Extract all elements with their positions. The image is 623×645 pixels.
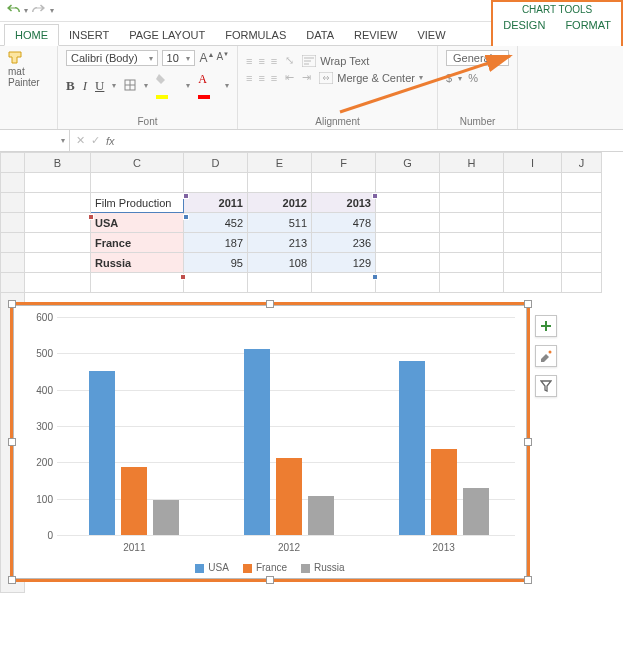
- shrink-font-icon[interactable]: A▼: [216, 51, 229, 65]
- bold-button[interactable]: B: [66, 78, 75, 94]
- chart-bar-usa[interactable]: [89, 371, 115, 535]
- tab-page-layout[interactable]: PAGE LAYOUT: [119, 25, 215, 45]
- chart-bar-france[interactable]: [121, 467, 147, 535]
- cancel-icon[interactable]: ✕: [76, 134, 85, 147]
- legend-item[interactable]: USA: [195, 562, 229, 573]
- chart-resize-handle[interactable]: [524, 576, 532, 584]
- selection-handle[interactable]: [88, 214, 94, 220]
- align-center-icon[interactable]: ≡: [258, 72, 264, 84]
- underline-button[interactable]: U: [95, 78, 104, 94]
- col-header[interactable]: J: [562, 153, 602, 173]
- chart-resize-handle[interactable]: [8, 300, 16, 308]
- chart-bar-france[interactable]: [431, 449, 457, 535]
- chart-filters-button[interactable]: [535, 375, 557, 397]
- data-cell[interactable]: 95: [184, 253, 248, 273]
- data-cell[interactable]: 187: [184, 233, 248, 253]
- chart-bar-usa[interactable]: [244, 349, 270, 535]
- tab-review[interactable]: REVIEW: [344, 25, 407, 45]
- data-cell[interactable]: 478: [312, 213, 376, 233]
- col-header[interactable]: E: [248, 153, 312, 173]
- tab-view[interactable]: VIEW: [407, 25, 455, 45]
- increase-indent-icon[interactable]: ⇥: [302, 71, 311, 84]
- year-header-cell[interactable]: 2011: [184, 193, 248, 213]
- wrap-text-icon[interactable]: [302, 55, 316, 67]
- col-header[interactable]: I: [504, 153, 562, 173]
- grow-font-icon[interactable]: A▲: [199, 51, 214, 65]
- redo-icon[interactable]: [32, 4, 46, 18]
- chart-styles-button[interactable]: [535, 345, 557, 367]
- row-label-cell[interactable]: France: [91, 233, 184, 253]
- chart-bar-russia[interactable]: [153, 500, 179, 535]
- data-cell[interactable]: 129: [312, 253, 376, 273]
- align-top-icon[interactable]: ≡: [246, 55, 252, 67]
- data-cell[interactable]: 213: [248, 233, 312, 253]
- format-painter-icon[interactable]: [8, 50, 24, 64]
- year-header-cell[interactable]: 2013: [312, 193, 376, 213]
- orientation-icon[interactable]: ⤡: [285, 54, 294, 67]
- col-header[interactable]: D: [184, 153, 248, 173]
- qat-customize-icon[interactable]: ▾: [50, 6, 54, 15]
- col-header[interactable]: C: [91, 153, 184, 173]
- row-label-cell[interactable]: Russia: [91, 253, 184, 273]
- font-name-dropdown[interactable]: Calibri (Body) ▾: [66, 50, 158, 66]
- chart-bar-france[interactable]: [276, 458, 302, 535]
- row-label-cell[interactable]: USA: [91, 213, 184, 233]
- merge-center-label[interactable]: Merge & Center: [337, 72, 415, 84]
- col-header[interactable]: H: [440, 153, 504, 173]
- align-bottom-icon[interactable]: ≡: [271, 55, 277, 67]
- embedded-chart[interactable]: 0100200300400500600201120122013 USAFranc…: [10, 302, 530, 582]
- accounting-format-button[interactable]: $: [446, 72, 452, 84]
- col-header[interactable]: F: [312, 153, 376, 173]
- align-left-icon[interactable]: ≡: [246, 72, 252, 84]
- row-header[interactable]: [1, 193, 25, 213]
- legend-item[interactable]: Russia: [301, 562, 345, 573]
- tab-data[interactable]: DATA: [296, 25, 344, 45]
- wrap-text-label[interactable]: Wrap Text: [320, 55, 369, 67]
- format-painter-label[interactable]: mat Painter: [8, 66, 49, 88]
- col-header[interactable]: B: [25, 153, 91, 173]
- data-cell[interactable]: 236: [312, 233, 376, 253]
- chart-resize-handle[interactable]: [8, 576, 16, 584]
- decrease-indent-icon[interactable]: ⇤: [285, 71, 294, 84]
- chart-bar-russia[interactable]: [463, 488, 489, 535]
- selection-handle[interactable]: [183, 193, 189, 199]
- merge-center-icon[interactable]: [319, 72, 333, 84]
- chart-resize-handle[interactable]: [524, 300, 532, 308]
- chart-resize-handle[interactable]: [524, 438, 532, 446]
- chart-bar-usa[interactable]: [399, 361, 425, 535]
- align-right-icon[interactable]: ≡: [271, 72, 277, 84]
- year-header-cell[interactable]: 2012: [248, 193, 312, 213]
- align-middle-icon[interactable]: ≡: [258, 55, 264, 67]
- chart-resize-handle[interactable]: [266, 300, 274, 308]
- undo-dropdown-icon[interactable]: ▾: [24, 6, 28, 15]
- chart-plot-area[interactable]: 0100200300400500600201120122013: [57, 317, 515, 535]
- fill-color-button[interactable]: [156, 73, 178, 99]
- name-box[interactable]: ▾: [0, 130, 70, 151]
- row-header[interactable]: [1, 213, 25, 233]
- legend-item[interactable]: France: [243, 562, 287, 573]
- row-header[interactable]: [1, 173, 25, 193]
- data-cell[interactable]: 108: [248, 253, 312, 273]
- tab-insert[interactable]: INSERT: [59, 25, 119, 45]
- selection-handle[interactable]: [372, 193, 378, 199]
- enter-icon[interactable]: ✓: [91, 134, 100, 147]
- chart-resize-handle[interactable]: [266, 576, 274, 584]
- chart-elements-button[interactable]: [535, 315, 557, 337]
- font-size-dropdown[interactable]: 10 ▾: [162, 50, 196, 66]
- borders-button[interactable]: [124, 79, 136, 93]
- data-cell[interactable]: 511: [248, 213, 312, 233]
- tab-home[interactable]: HOME: [4, 24, 59, 46]
- selection-handle[interactable]: [183, 214, 189, 220]
- tab-chart-design[interactable]: DESIGN: [493, 15, 555, 35]
- table-title-cell[interactable]: Film Production: [91, 193, 184, 213]
- tab-formulas[interactable]: FORMULAS: [215, 25, 296, 45]
- selection-handle[interactable]: [180, 274, 186, 280]
- chart-bar-russia[interactable]: [308, 496, 334, 535]
- font-color-button[interactable]: A: [198, 72, 217, 99]
- data-cell[interactable]: 452: [184, 213, 248, 233]
- row-header[interactable]: [1, 253, 25, 273]
- worksheet-grid[interactable]: B C D E F G H I J Film Production 2011 2…: [0, 152, 623, 593]
- fx-icon[interactable]: fx: [106, 135, 115, 147]
- number-format-dropdown[interactable]: General: [446, 50, 509, 66]
- tab-chart-format[interactable]: FORMAT: [555, 15, 621, 35]
